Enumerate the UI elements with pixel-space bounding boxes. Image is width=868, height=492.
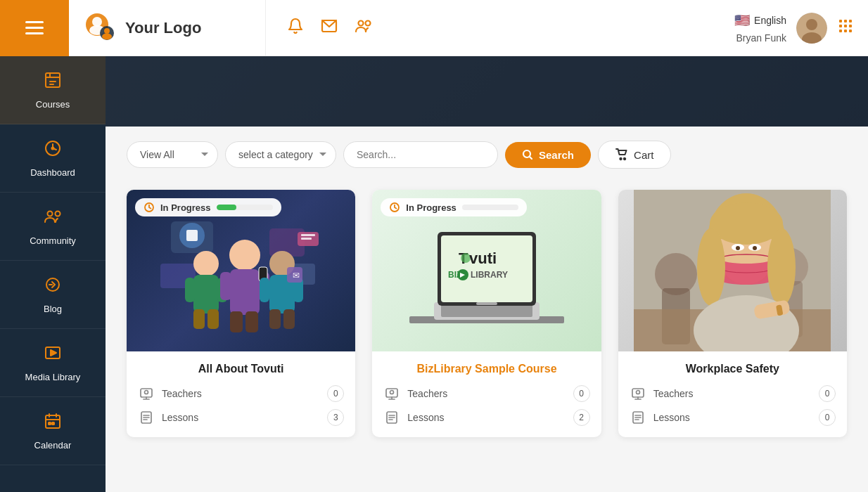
- lessons-meta-2: Lessons 2: [383, 409, 589, 426]
- view-all-select[interactable]: View All Active Completed: [127, 141, 218, 168]
- svg-rect-47: [230, 269, 260, 315]
- search-input[interactable]: [343, 141, 498, 168]
- lessons-meta-3: Lessons 0: [630, 409, 836, 426]
- svg-point-85: [390, 391, 394, 394]
- course-meta-2: Teachers 0 Lessons 2: [383, 385, 589, 426]
- svg-rect-42: [185, 278, 195, 302]
- sidebar-item-courses[interactable]: Courses: [0, 56, 106, 124]
- svg-point-25: [56, 212, 60, 216]
- svg-rect-14: [849, 20, 852, 22]
- avatar[interactable]: [796, 13, 827, 44]
- sidebar-item-calendar-label: Calendar: [34, 440, 72, 451]
- svg-point-23: [52, 148, 54, 150]
- svg-rect-72: [441, 304, 532, 317]
- sidebar-item-dashboard-label: Dashboard: [30, 167, 75, 178]
- community-icon: [43, 207, 63, 231]
- svg-rect-74: [441, 235, 532, 302]
- teacher-icon-2: [383, 387, 400, 401]
- svg-rect-55: [260, 278, 269, 302]
- teachers-count: 0: [327, 385, 344, 402]
- svg-rect-44: [193, 309, 205, 329]
- apps-icon[interactable]: [837, 18, 854, 39]
- sidebar-item-blog[interactable]: Blog: [0, 261, 106, 329]
- media-library-icon: [43, 343, 63, 368]
- logo-icon: [83, 11, 118, 46]
- content-area: View All Active Completed select a categ…: [106, 56, 868, 492]
- sidebar-item-community[interactable]: Community: [0, 193, 106, 261]
- svg-rect-13: [844, 20, 847, 22]
- svg-point-35: [624, 158, 625, 160]
- svg-rect-58: [283, 309, 295, 329]
- lessons-meta: Lessons 3: [138, 409, 344, 426]
- svg-point-98: [736, 246, 740, 250]
- svg-point-95: [710, 202, 783, 245]
- svg-rect-60: [186, 230, 198, 241]
- svg-text:LIBRARY: LIBRARY: [471, 270, 508, 280]
- teacher-icon: [138, 387, 155, 401]
- course-card-image: ✉ In Progress: [127, 190, 355, 351]
- svg-point-5: [102, 33, 112, 39]
- svg-point-7: [359, 20, 364, 25]
- svg-point-24: [48, 212, 53, 216]
- sidebar-item-calendar[interactable]: Calendar: [0, 397, 106, 465]
- course-title-2: BizLibrary Sample Course: [383, 363, 589, 375]
- mail-icon[interactable]: [321, 18, 338, 39]
- course-card-workplace-safety[interactable]: Workplace Safety Teachers 0: [618, 190, 847, 437]
- svg-rect-45: [208, 309, 219, 329]
- header-right: 🇺🇸 English Bryan Funk: [720, 13, 868, 44]
- header: Your Logo 🇺🇸 E: [0, 0, 868, 56]
- svg-rect-15: [839, 25, 842, 27]
- cart-button[interactable]: Cart: [598, 141, 671, 169]
- course-card-image-2: T vuti BIZ LIBRARY: [372, 190, 601, 351]
- svg-rect-82: [476, 302, 497, 305]
- course-card-body-3: Workplace Safety Teachers 0: [618, 351, 847, 437]
- svg-rect-30: [49, 422, 51, 425]
- user-name: Bryan Funk: [736, 32, 786, 44]
- svg-rect-62: [301, 234, 315, 236]
- teacher-icon-3: [630, 387, 646, 401]
- lessons-count-2: 2: [573, 409, 590, 426]
- sidebar-item-media-library-label: Media Library: [25, 372, 81, 382]
- cart-button-label: Cart: [634, 149, 653, 161]
- teachers-count-3: 0: [819, 385, 836, 402]
- svg-rect-19: [844, 30, 847, 32]
- svg-point-100: [697, 228, 725, 306]
- people-icon[interactable]: [355, 18, 373, 39]
- course-title-3: Workplace Safety: [630, 363, 836, 375]
- svg-rect-41: [193, 275, 219, 313]
- course-card-bizlibrary[interactable]: T vuti BIZ LIBRARY: [372, 190, 601, 437]
- lessons-count: 3: [327, 409, 344, 426]
- teachers-count-2: 0: [573, 385, 590, 402]
- in-progress-badge: In Progress: [135, 198, 281, 216]
- sidebar-item-media-library[interactable]: Media Library: [0, 329, 106, 397]
- search-button[interactable]: Search: [505, 142, 591, 168]
- hamburger-button[interactable]: [0, 0, 69, 56]
- course-card-all-about-tovuti[interactable]: ✉ In Progress All: [127, 190, 355, 437]
- language-selector[interactable]: 🇺🇸 English Bryan Funk: [734, 13, 786, 44]
- course-card-body: All About Tovuti Teachers 0: [127, 351, 355, 437]
- svg-text:✉: ✉: [293, 271, 300, 280]
- course-title: All About Tovuti: [138, 363, 344, 375]
- language-label: English: [754, 15, 786, 26]
- svg-rect-51: [245, 311, 258, 332]
- course-card-image-3: [618, 190, 847, 351]
- logo-area: Your Logo: [69, 0, 266, 56]
- course-card-body-2: BizLibrary Sample Course Teachers: [372, 351, 601, 437]
- lessons-icon-3: [630, 410, 646, 425]
- header-icons: [266, 18, 720, 39]
- svg-rect-48: [220, 272, 231, 300]
- svg-point-40: [193, 251, 219, 276]
- svg-rect-50: [230, 311, 243, 332]
- teachers-meta-2: Teachers 0: [383, 385, 589, 402]
- course-meta-3: Teachers 0 Lessons 0: [630, 385, 836, 426]
- sidebar-item-dashboard[interactable]: Dashboard: [0, 124, 106, 193]
- lessons-icon: [138, 410, 155, 425]
- sidebar: Courses Dashboard: [0, 56, 106, 492]
- blog-icon: [43, 275, 63, 299]
- svg-marker-28: [51, 350, 56, 356]
- bell-icon[interactable]: [287, 18, 304, 39]
- category-select[interactable]: select a category Technology Business De…: [225, 141, 336, 168]
- in-progress-badge-2: In Progress: [381, 198, 527, 216]
- sidebar-item-courses-label: Courses: [36, 99, 70, 110]
- hamburger-icon: [25, 21, 44, 34]
